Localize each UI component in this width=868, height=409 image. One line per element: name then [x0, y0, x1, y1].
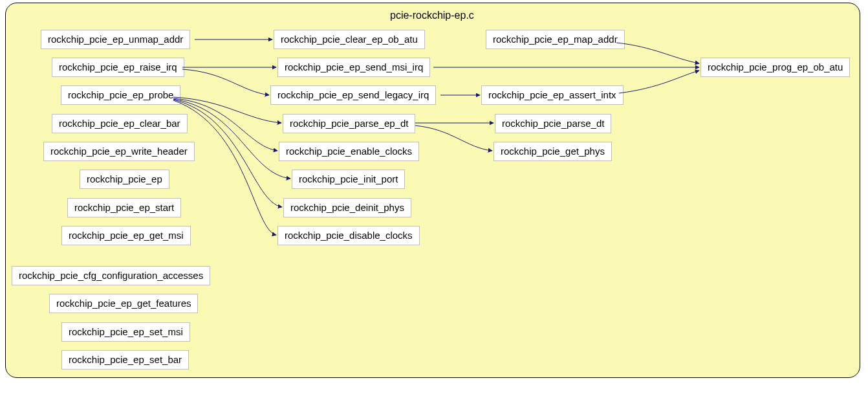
module-title: pcie-rockchip-ep.c [390, 10, 474, 21]
diagram-canvas: pcie-rockchip-ep.c rockchip_pcie_ep_unma… [0, 0, 868, 409]
node-enable-clocks[interactable]: rockchip_pcie_enable_clocks [279, 142, 419, 161]
node-parse-ep-dt[interactable]: rockchip_pcie_parse_ep_dt [283, 114, 415, 133]
node-disable-clocks[interactable]: rockchip_pcie_disable_clocks [277, 226, 420, 245]
node-probe[interactable]: rockchip_pcie_ep_probe [61, 85, 180, 105]
node-unmap-addr[interactable]: rockchip_pcie_ep_unmap_addr [41, 30, 190, 49]
node-set-msi[interactable]: rockchip_pcie_ep_set_msi [61, 322, 190, 342]
node-get-phys[interactable]: rockchip_pcie_get_phys [494, 142, 612, 161]
node-get-features[interactable]: rockchip_pcie_ep_get_features [49, 294, 198, 313]
node-map-addr[interactable]: rockchip_pcie_ep_map_addr [486, 30, 625, 49]
node-cfg-accesses[interactable]: rockchip_pcie_cfg_configuration_accesses [12, 266, 210, 285]
node-write-header[interactable]: rockchip_pcie_ep_write_header [43, 142, 195, 161]
node-send-legacy[interactable]: rockchip_pcie_ep_send_legacy_irq [270, 85, 436, 105]
node-prog-ob-atu[interactable]: rockchip_pcie_prog_ep_ob_atu [700, 58, 850, 77]
node-init-port[interactable]: rockchip_pcie_init_port [292, 170, 405, 189]
node-send-msi[interactable]: rockchip_pcie_ep_send_msi_irq [277, 58, 430, 77]
node-deinit-phys[interactable]: rockchip_pcie_deinit_phys [283, 198, 411, 217]
node-set-bar[interactable]: rockchip_pcie_ep_set_bar [61, 350, 189, 370]
node-parse-dt[interactable]: rockchip_pcie_parse_dt [495, 114, 611, 133]
node-ep[interactable]: rockchip_pcie_ep [80, 170, 169, 189]
node-clear-bar[interactable]: rockchip_pcie_ep_clear_bar [52, 114, 188, 133]
node-ep-get-msi[interactable]: rockchip_pcie_ep_get_msi [61, 226, 191, 245]
node-assert-intx[interactable]: rockchip_pcie_ep_assert_intx [481, 85, 624, 105]
node-clear-ob-atu[interactable]: rockchip_pcie_clear_ep_ob_atu [274, 30, 425, 49]
node-raise-irq[interactable]: rockchip_pcie_ep_raise_irq [52, 58, 184, 77]
node-ep-start[interactable]: rockchip_pcie_ep_start [67, 198, 181, 217]
